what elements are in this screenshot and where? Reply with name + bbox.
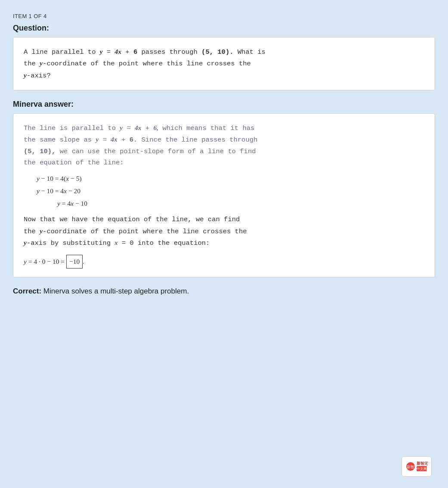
svg-text:新智元: 新智元 [417, 461, 428, 466]
watermark: 新智 新智元 中文网 [397, 457, 436, 476]
item-label: ITEM 1 OF 4 [13, 13, 435, 19]
correct-text: Minerva solves a multi-step algebra prob… [43, 287, 189, 295]
answer-box: The line is parallel to y = 4x + 6, whic… [13, 113, 435, 278]
svg-text:中文网: 中文网 [417, 467, 427, 471]
question-box: A line parallel to y = 4x + 6 passes thr… [13, 37, 435, 90]
svg-text:新智: 新智 [407, 465, 414, 469]
final-equation: y = 4 · 0 − 10 = −10. [24, 255, 424, 269]
equations-block: y − 10 = 4(x − 5) y − 10 = 4x − 20 y = 4… [37, 173, 424, 210]
answer-heading: Minerva answer: [13, 100, 435, 109]
correct-line: Correct: Minerva solves a multi-step alg… [13, 287, 435, 296]
question-heading: Question: [13, 24, 435, 33]
correct-label: Correct: [13, 287, 41, 295]
